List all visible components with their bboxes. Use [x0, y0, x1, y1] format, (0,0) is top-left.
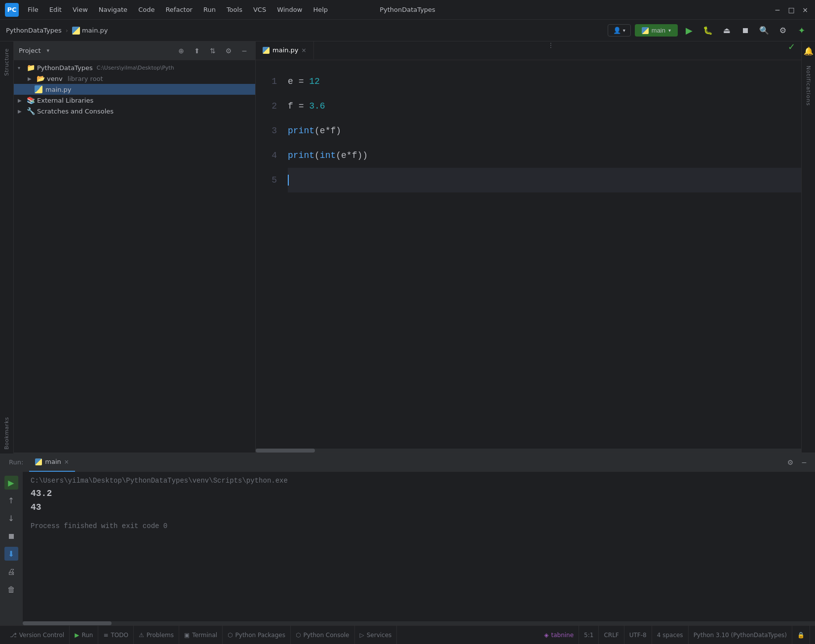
- rerun-button[interactable]: ▶: [4, 476, 18, 490]
- new-file-button[interactable]: ⊕: [175, 45, 187, 57]
- project-tree: ▾ 📁 PythonDataTypes C:\Users\yilma\Deskt…: [14, 60, 255, 453]
- terminal-status[interactable]: ▣ Terminal: [179, 626, 223, 644]
- menu-navigate[interactable]: Navigate: [94, 4, 132, 15]
- menu-file[interactable]: File: [23, 4, 43, 15]
- code-content[interactable]: e = 12 f = 3.6 print(e*f) print(int(e*f)…: [283, 60, 801, 449]
- run-tab-label: Run:: [5, 458, 27, 466]
- scroll-up-button[interactable]: ↑: [4, 493, 18, 507]
- project-path-label: C:\Users\yilma\Desktop\Pyth: [97, 65, 174, 71]
- run-result-2: 43: [31, 502, 807, 512]
- tabnine-status[interactable]: ◈ tabnine: [539, 626, 579, 644]
- version-control-status[interactable]: ⎇ Version Control: [5, 626, 70, 644]
- print-output-button[interactable]: 🖨: [4, 565, 18, 578]
- close-button[interactable]: ×: [800, 5, 810, 15]
- cursor-position-status[interactable]: 5:1: [579, 626, 599, 644]
- todo-status[interactable]: ≡ TODO: [98, 626, 134, 644]
- tree-venv-item[interactable]: ▶ 📂 venv library root: [14, 73, 255, 84]
- menu-refactor[interactable]: Refactor: [160, 4, 197, 15]
- run-status[interactable]: ▶ Run: [70, 626, 98, 644]
- indent-label: 4 spaces: [657, 632, 683, 639]
- run-horizontal-scrollbar[interactable]: [0, 621, 815, 625]
- scroll-to-end-button[interactable]: ⬇: [4, 547, 18, 561]
- scrollbar-thumb[interactable]: [256, 449, 315, 453]
- maximize-button[interactable]: □: [786, 5, 796, 15]
- tab-close-button[interactable]: ×: [302, 47, 307, 54]
- encoding-label: UTF-8: [629, 632, 647, 639]
- run-settings-button[interactable]: ⚙: [784, 456, 796, 468]
- run-tab-close-icon[interactable]: ×: [64, 458, 69, 465]
- menu-vcs[interactable]: VCS: [248, 4, 271, 15]
- run-configuration-button[interactable]: main ▾: [635, 24, 678, 37]
- tree-root-item[interactable]: ▾ 📁 PythonDataTypes C:\Users\yilma\Deskt…: [14, 62, 255, 73]
- menu-tools[interactable]: Tools: [222, 4, 247, 15]
- settings-button[interactable]: ⚙: [776, 23, 790, 38]
- menu-run[interactable]: Run: [198, 4, 221, 15]
- print-keyword-3: print: [288, 118, 314, 143]
- editor-horizontal-scrollbar[interactable]: [256, 449, 801, 453]
- collapse-all-button[interactable]: ⬆: [191, 45, 203, 57]
- services-status[interactable]: ▷ Services: [355, 626, 397, 644]
- run-tab-name: main: [45, 458, 61, 465]
- run-minimize-button[interactable]: −: [798, 456, 810, 468]
- line-ending-status[interactable]: CRLF: [599, 626, 624, 644]
- notifications-bell-icon[interactable]: 🔔: [804, 46, 814, 56]
- debug-button[interactable]: 🐛: [700, 23, 715, 38]
- code-line-1: e = 12: [288, 69, 801, 94]
- stop-run-button[interactable]: ⏹: [4, 529, 18, 543]
- python-version-status[interactable]: Python 3.10 (PythonDataTypes): [689, 626, 792, 644]
- main-py-tab[interactable]: main.py ×: [256, 41, 314, 60]
- app-icon[interactable]: PC: [5, 3, 19, 17]
- run-green-button[interactable]: ▶: [682, 23, 697, 38]
- run-main-tab[interactable]: main ×: [29, 453, 75, 472]
- tab-label: main.py: [272, 46, 299, 54]
- run-scrollbar-thumb[interactable]: [23, 621, 112, 625]
- run-config-icon: [642, 27, 649, 34]
- indent-status[interactable]: 4 spaces: [652, 626, 689, 644]
- encoding-status[interactable]: UTF-8: [624, 626, 652, 644]
- project-toolbar: Project ▾ ⊕ ⬆ ⇅ ⚙ −: [14, 41, 255, 60]
- hide-panel-button[interactable]: −: [238, 45, 250, 57]
- tree-external-item[interactable]: ▶ 📚 External Libraries: [14, 95, 255, 106]
- chevron-down-icon[interactable]: ▾: [46, 47, 49, 54]
- ai-assistant-button[interactable]: ✦: [794, 23, 809, 38]
- mainpy-label: main.py: [45, 86, 72, 93]
- tree-scratches-item[interactable]: ▶ 🔧 Scratches and Consoles: [14, 106, 255, 116]
- scroll-down-button[interactable]: ↓: [4, 511, 18, 525]
- structure-strip: Structure Bookmarks: [0, 42, 14, 454]
- structure-tab[interactable]: Structure: [1, 44, 12, 80]
- python-packages-status[interactable]: ⬡ Python Packages: [223, 626, 291, 644]
- external-lib-icon: 📚: [27, 96, 35, 104]
- run-exit-message: Process finished with exit code 0: [31, 522, 807, 530]
- stop-button[interactable]: ⏹: [738, 23, 753, 38]
- line-ending-label: CRLF: [604, 632, 619, 639]
- menu-code[interactable]: Code: [133, 4, 159, 15]
- python-packages-label: Python Packages: [235, 632, 285, 639]
- run-result-1: 43.2: [31, 489, 807, 498]
- file-breadcrumb[interactable]: main.py: [82, 27, 108, 34]
- code-editor[interactable]: 1 2 3 4 5 e = 12 f = 3.6 print(e*f): [256, 60, 801, 449]
- right-notifications-strip: 🔔 Notifications: [801, 41, 815, 453]
- menu-edit[interactable]: Edit: [44, 4, 67, 15]
- var-f: f: [288, 94, 293, 118]
- menu-view[interactable]: View: [68, 4, 93, 15]
- project-breadcrumb[interactable]: PythonDataTypes: [6, 27, 62, 34]
- clear-output-button[interactable]: 🗑: [4, 582, 18, 596]
- venv-library-label: library root: [68, 75, 103, 82]
- problems-icon: ⚠: [139, 632, 144, 639]
- tree-mainpy-item[interactable]: main.py: [14, 84, 255, 95]
- python-console-status[interactable]: ⬡ Python Console: [291, 626, 355, 644]
- more-tabs-button[interactable]: ⋮: [543, 41, 559, 60]
- lock-icon-status[interactable]: 🔒: [792, 626, 810, 644]
- menu-help[interactable]: Help: [308, 4, 333, 15]
- project-settings-button[interactable]: ⚙: [223, 45, 234, 57]
- search-everywhere-button[interactable]: 🔍: [757, 23, 772, 38]
- problems-status[interactable]: ⚠ Problems: [134, 626, 179, 644]
- bottom-tabs: Run: main × ⚙ −: [0, 453, 815, 472]
- minimize-button[interactable]: −: [773, 5, 782, 15]
- scroll-from-source-button[interactable]: ⇅: [207, 45, 219, 57]
- bookmarks-tab[interactable]: Bookmarks: [1, 413, 12, 454]
- coverage-button[interactable]: ⏏: [719, 23, 734, 38]
- user-account-button[interactable]: 👤 ▾: [608, 24, 631, 37]
- menu-window[interactable]: Window: [272, 4, 307, 15]
- run-status-icon: ▶: [75, 632, 79, 639]
